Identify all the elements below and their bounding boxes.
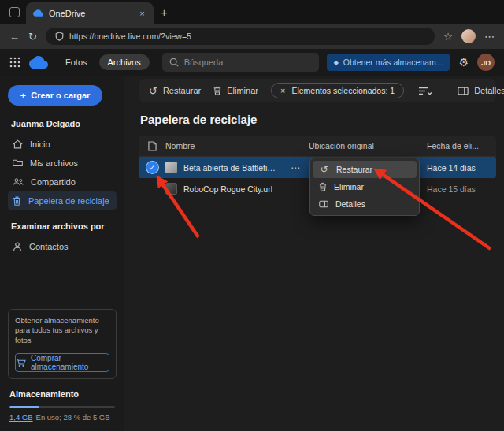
trash-icon [319,182,327,191]
storage-progress-fill [9,406,39,408]
sidebar-item-label: Mis archivos [30,158,78,168]
selection-count-label: Elementos seleccionados: 1 [291,86,395,95]
settings-gear-icon[interactable]: ⚙ [458,56,469,69]
sort-icon [418,86,432,96]
row-selector[interactable]: ✓ [139,162,165,173]
file-thumbnail-icon [165,183,177,195]
folder-icon [13,158,23,167]
premium-diamond-icon: ◆ [334,59,339,66]
tab-actions-icon[interactable] [9,7,20,17]
file-name[interactable]: RoboCop Rogue City.url [183,184,272,194]
app-header: Fotos Archivos ◆ Obtener más almacenam..… [0,49,504,76]
date-cell: Hace 15 días [427,184,496,194]
person-icon [13,242,22,251]
file-name[interactable]: Beta abierta de Battlefield™ 6.url [183,163,279,173]
new-tab-button[interactable]: + [161,6,168,19]
menu-item-label: Detalles [335,199,365,209]
url-text: https://onedrive.live.com/?view=5 [69,32,191,41]
sidebar-item-mis-archivos[interactable]: Mis archivos [8,154,117,172]
buy-storage-button[interactable]: Comprar almacenamiento [15,353,109,372]
selection-pill[interactable]: × Elementos seleccionados: 1 [271,83,404,98]
sidebar-user-name: Juanma Delgado [11,119,113,128]
clear-selection-icon[interactable]: × [280,86,285,95]
get-more-storage-label: Obtener más almacenam... [343,58,443,67]
details-button[interactable]: Detalles [458,86,504,95]
selected-check-icon[interactable]: ✓ [146,162,158,173]
refresh-icon[interactable]: ↻ [28,31,37,43]
column-header-location[interactable]: Ubicación original [309,141,427,150]
app-launcher-icon[interactable] [9,57,20,68]
page-title: Papelera de reciclaje [140,113,495,126]
column-header-name[interactable]: Nombre [165,141,309,150]
details-label: Detalles [474,86,504,95]
storage-progress-bar [9,406,115,408]
file-thumbnail-icon [165,162,177,173]
get-more-storage-button[interactable]: ◆ Obtener más almacenam... [327,54,450,71]
main-panel: ↺ Restaurar Eliminar × Elementos selecci… [124,76,504,431]
restore-icon: ↺ [319,165,329,174]
name-cell: RoboCop Rogue City.url [165,183,309,195]
delete-label: Eliminar [227,86,258,95]
onedrive-logo-icon[interactable] [28,55,49,69]
sidebar-item-label: Contactos [29,242,69,251]
tab-close-icon[interactable]: × [136,7,148,19]
people-icon [13,177,24,186]
tab-archivos[interactable]: Archivos [99,54,150,70]
details-pane-icon [319,200,328,208]
header-actions: ◆ Obtener más almacenam... ⚙ JD [327,54,495,71]
browser-profile-avatar[interactable] [461,29,476,43]
sort-button[interactable] [418,86,432,96]
address-bar: ← ↻ https://onedrive.live.com/?view=5 ☆ … [0,24,504,49]
create-or-upload-label: Crear o cargar [31,91,90,100]
buy-storage-label: Comprar almacenamiento [31,354,109,371]
details-pane-icon [458,87,469,95]
browser-menu-icon[interactable]: ⋯ [484,31,495,43]
onedrive-favicon-icon [33,8,43,18]
tab-fotos[interactable]: Fotos [57,54,96,70]
sidebar-item-papelera[interactable]: Papelera de reciclaje [8,191,117,210]
storage-promo-box: Obtener almacenamiento para todos tus ar… [8,309,117,379]
browser-window: OneDrive × + ← ↻ https://onedrive.live.c… [0,0,504,431]
context-menu-eliminar[interactable]: Eliminar [313,178,417,195]
restore-icon: ↺ [149,86,158,96]
search-box [162,53,319,72]
storage-detail: En uso; 28 % de 5 GB [36,413,110,422]
search-icon [169,58,179,67]
delete-button[interactable]: Eliminar [213,86,258,95]
file-type-column-icon [139,141,165,151]
tab-title: OneDrive [49,9,131,18]
back-icon[interactable]: ← [9,31,20,43]
header-nav: Fotos Archivos [57,54,150,70]
table-header-row: Nombre Ubicación original Fecha de eli..… [139,136,496,157]
sidebar-item-compartido[interactable]: Compartido [8,173,117,191]
date-cell: Hace 14 días [427,163,496,173]
sidebar-item-contactos[interactable]: Contactos [8,237,117,255]
url-field[interactable]: https://onedrive.live.com/?view=5 [46,28,435,45]
restore-label: Restaurar [163,86,201,95]
context-menu-detalles[interactable]: Detalles [313,195,417,213]
more-options-button[interactable]: ⋯ [285,162,306,173]
favorite-star-icon[interactable]: ☆ [443,31,453,43]
account-avatar[interactable]: JD [477,54,495,71]
menu-item-label: Eliminar [334,182,364,191]
storage-usage-text: 1,4 GB En uso; 28 % de 5 GB [9,413,115,422]
tab-strip: OneDrive × + [0,0,504,24]
restore-button[interactable]: ↺ Restaurar [149,86,201,96]
column-header-date[interactable]: Fecha de eli... [427,141,496,150]
browser-tab-onedrive[interactable]: OneDrive × [26,2,154,24]
context-menu: ↺ Restaurar Eliminar Detalles [309,158,420,216]
sidebar-item-label: Papelera de reciclaje [28,196,109,206]
sidebar-item-inicio[interactable]: Inicio [8,135,117,153]
sidebar-item-label: Compartido [31,177,76,187]
cart-icon [16,359,26,367]
home-icon [13,139,23,149]
search-input[interactable] [184,58,312,67]
storage-promo-text: Obtener almacenamiento para todos tus ar… [15,316,109,346]
content-area: + Crear o cargar Juanma Delgado Inicio M… [0,76,504,431]
plus-icon: + [20,90,27,102]
create-or-upload-button[interactable]: + Crear o cargar [8,85,102,106]
address-bar-actions: ☆ ⋯ [443,29,495,43]
document-icon [148,141,157,151]
storage-used-link[interactable]: 1,4 GB [9,413,33,422]
context-menu-restaurar[interactable]: ↺ Restaurar [313,161,417,178]
